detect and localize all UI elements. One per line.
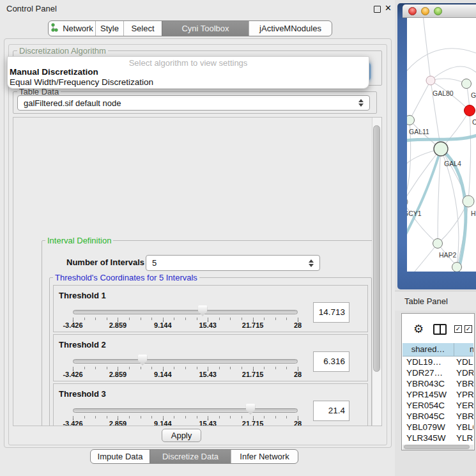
network-icon (50, 23, 59, 34)
algorithm-dropdown-popup: Select algorithm to view settings Manual… (7, 56, 369, 89)
table-data-combo-value: galFiltered.sif default node (24, 98, 121, 108)
zoom-traffic-light-icon[interactable] (434, 7, 442, 15)
tab-select[interactable]: Select (123, 21, 162, 36)
slider-minor-ticks (73, 367, 298, 369)
table-hscrollbar-thumb[interactable] (404, 445, 470, 449)
tick-label: 2.859 (109, 371, 127, 378)
algorithm-option-equal-width[interactable]: Equal Width/Frequency Discretization (10, 77, 153, 87)
cell-name[interactable]: YBL0 (456, 422, 473, 433)
tick-label: 28 (294, 371, 302, 378)
node-label-gal11: GAL11 (409, 128, 429, 135)
node-gal80 (426, 76, 435, 85)
close-traffic-light-icon[interactable] (408, 7, 417, 15)
checkbox-icon[interactable]: ✓ (454, 325, 462, 333)
slider-tick-labels: -3.4262.8599.14415.4321.71528 (73, 371, 298, 380)
cell-shared-name[interactable]: YPR145W (403, 390, 456, 401)
tab-network[interactable]: Network (49, 21, 95, 36)
cell-shared-name[interactable]: YBL079W (403, 422, 456, 433)
node-red (464, 105, 475, 116)
apply-button[interactable]: Apply (162, 429, 201, 442)
tab-discretize-data[interactable]: Discretize Data (150, 450, 231, 463)
column-header-name[interactable]: n (454, 343, 473, 356)
tab-style[interactable]: Style (95, 21, 123, 36)
cell-name[interactable]: YER0 (456, 401, 473, 411)
cell-name[interactable]: YLR3 (456, 433, 473, 444)
tab-jactivemnodules[interactable]: jActiveMNodules (249, 21, 332, 36)
settings-scrollbar-thumb[interactable] (373, 125, 380, 372)
threshold-3-slider-track[interactable] (73, 408, 298, 413)
num-intervals-combo[interactable]: 5 (146, 255, 320, 271)
minimize-traffic-light-icon[interactable] (421, 7, 429, 15)
slider-minor-ticks (73, 318, 298, 320)
table-panel-header: Table Panel (395, 291, 476, 311)
tab-infer-network[interactable]: Infer Network (231, 450, 298, 463)
cell-shared-name[interactable]: YER054C (403, 401, 456, 411)
cell-name[interactable]: YPR1 (456, 390, 473, 401)
table-rows: YDL19…YDL1YDR27…YDR2YBR043CYBR0YPR145WYP… (403, 357, 473, 445)
cell-name[interactable]: YDR2 (456, 368, 473, 379)
threshold-1-value-field[interactable]: 14.713 (313, 302, 349, 323)
tick-label: 21.715 (242, 371, 264, 378)
tick-label: 15.43 (199, 371, 217, 378)
settings-scrollpane: Interval Definition Number of Intervals … (13, 117, 382, 426)
table-data-combo[interactable]: galFiltered.sif default node (17, 95, 370, 111)
tick-label: 2.859 (109, 321, 127, 329)
cell-name[interactable]: YBR0 (456, 411, 473, 422)
num-intervals-label: Number of Intervals (66, 257, 144, 267)
cell-shared-name[interactable]: YLR345W (403, 433, 456, 444)
checkbox-icon[interactable]: ✓ (464, 325, 472, 333)
table-row[interactable]: YPR145WYPR1 (403, 390, 473, 401)
tick-label: 9.144 (154, 321, 172, 329)
cell-shared-name[interactable]: YDL19… (403, 357, 456, 368)
tick-label: 9.144 (154, 420, 172, 426)
threshold-2-value-field[interactable]: 6.316 (313, 351, 349, 372)
network-canvas[interactable]: GAL80 GAL11 GAL4 GCY1 HAP2 GA C H (407, 18, 476, 272)
node-label-partial-h: H (471, 210, 476, 217)
bottom-tab-bar: Impute Data Discretize Data Infer Networ… (90, 449, 298, 464)
table-row[interactable]: YDR27…YDR2 (403, 368, 473, 379)
tab-jactivemnodules-label: jActiveMNodules (259, 24, 321, 33)
threshold-1-slider-track[interactable] (73, 310, 298, 314)
spinner-arrows-icon (358, 99, 364, 107)
table-row[interactable]: YER054CYER0 (403, 401, 473, 411)
tab-network-label: Network (63, 24, 93, 33)
gear-icon[interactable]: ⚙ (413, 322, 424, 335)
tab-cyni-toolbox[interactable]: Cyni Toolbox (162, 21, 249, 36)
tab-discretize-data-label: Discretize Data (162, 452, 219, 461)
table-panel-title: Table Panel (404, 296, 448, 306)
top-tab-bar: Network Style Select Cyni Toolbox jActiv… (48, 20, 332, 36)
threshold-2-slider-track[interactable] (73, 359, 298, 364)
tab-infer-network-label: Infer Network (240, 452, 289, 461)
tab-select-label: Select (131, 24, 154, 33)
threshold-1-box: Threshold 1 -3.4262.8599.14415.4321.7152… (53, 285, 368, 332)
cell-name[interactable]: YBR0 (456, 379, 473, 390)
algorithm-option-manual[interactable]: Manual Discretization (10, 67, 98, 77)
slider-tick-labels: -3.4262.8599.14415.4321.71528 (73, 420, 298, 426)
tick-label: 2.859 (109, 420, 127, 426)
split-table-icon[interactable] (433, 324, 447, 335)
column-header-shared[interactable]: shared… (403, 343, 454, 356)
threshold-3-value-field[interactable]: 21.4 (313, 401, 349, 421)
table-row[interactable]: YDL19…YDL1 (403, 357, 473, 368)
table-row[interactable]: YLR345WYLR3 (403, 433, 473, 444)
cell-name[interactable]: YDL1 (456, 357, 473, 368)
node-hap2 (433, 239, 443, 249)
spinner-arrows-icon (309, 259, 314, 267)
table-row[interactable]: YBL079WYBL0 (403, 422, 473, 433)
node-label-gcy1: GCY1 (407, 210, 422, 217)
node-gcy1 (407, 197, 408, 206)
cell-shared-name[interactable]: YBR043C (403, 379, 456, 390)
cell-shared-name[interactable]: YDR27… (403, 368, 456, 379)
cell-shared-name[interactable]: YBR045C (403, 411, 456, 422)
thresholds-group-title: Threshold's Coordinates for 5 Intervals (53, 273, 199, 282)
node-gal4 (434, 142, 448, 156)
tab-impute-data[interactable]: Impute Data (91, 450, 150, 463)
threshold-3-label: Threshold 3 (59, 389, 106, 399)
table-row[interactable]: YBR043CYBR0 (403, 379, 473, 390)
close-icon[interactable]: ✕ (385, 3, 392, 13)
float-window-icon[interactable] (374, 6, 381, 13)
node-bottom (452, 263, 462, 272)
threshold-2-box: Threshold 2 -3.4262.8599.14415.4321.7152… (53, 334, 368, 381)
node-label-gal80: GAL80 (433, 89, 454, 97)
table-row[interactable]: YBR045CYBR0 (403, 411, 473, 422)
